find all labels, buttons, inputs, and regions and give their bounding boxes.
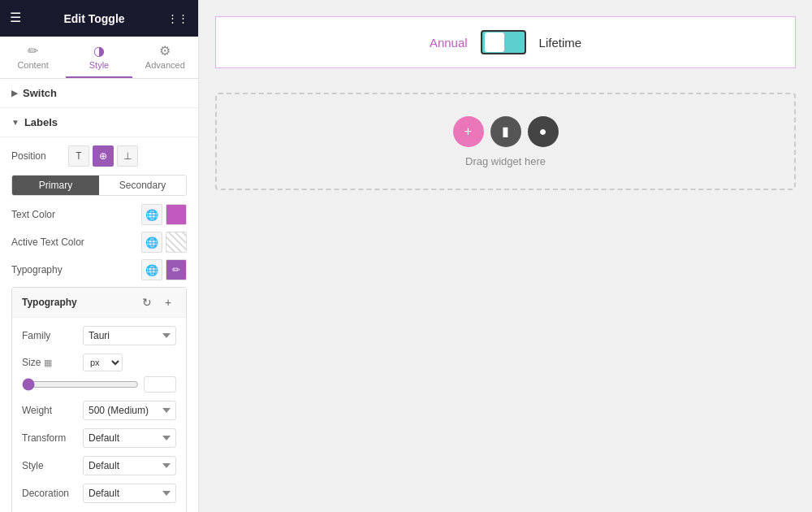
family-row: Family Tauri Arial Helvetica Georgia Rob…	[22, 326, 176, 345]
widget-pinterest-icon[interactable]: ●	[528, 116, 559, 147]
family-label: Family	[22, 330, 83, 341]
text-color-row: Text Color 🌐	[11, 204, 187, 225]
typography-controls: 🌐 ✏	[141, 259, 187, 280]
content-icon: ✏	[28, 43, 38, 59]
add-widget-icon[interactable]: +	[453, 116, 484, 147]
style-row: Style Default Normal Italic Oblique	[22, 456, 176, 475]
tab-style[interactable]: ◑ Style	[66, 37, 132, 78]
primary-secondary-toggle: Primary Secondary	[11, 175, 187, 196]
sidebar: ☰ Edit Toggle ⋮⋮ ✏ Content ◑ Style ⚙ Adv…	[0, 0, 199, 512]
typography-reset-button[interactable]: ↻	[139, 294, 155, 310]
labels-content: Position T ⊕ ⊥ Primary Secondary Text Co…	[0, 137, 198, 512]
active-text-color-label: Active Text Color	[11, 236, 141, 248]
switch-section-label: Switch	[23, 87, 57, 99]
drop-zone-text: Drag widget here	[465, 155, 546, 167]
grid-icon[interactable]: ⋮⋮	[167, 12, 188, 24]
toggle-switch[interactable]	[481, 30, 526, 54]
weight-select[interactable]: 100 (Thin) 200 (Extra Light) 300 (Light)…	[83, 401, 176, 420]
typography-label: Typography	[11, 264, 141, 276]
tab-advanced-label: Advanced	[145, 60, 185, 70]
widget-area: Annual Lifetime	[199, 0, 812, 85]
style-icon: ◑	[93, 43, 105, 59]
menu-icon[interactable]: ☰	[10, 10, 21, 25]
position-buttons: T ⊕ ⊥	[68, 145, 138, 167]
size-monitor-icon: ▦	[44, 358, 52, 368]
typography-row: Typography 🌐 ✏	[11, 259, 187, 280]
active-text-color-row: Active Text Color 🌐	[11, 232, 187, 253]
text-color-controls: 🌐	[141, 204, 187, 225]
sidebar-title: Edit Toggle	[63, 12, 124, 25]
drop-zone: + ▮ ● Drag widget here	[215, 93, 796, 190]
decoration-label: Decoration	[22, 488, 83, 499]
tab-bar: ✏ Content ◑ Style ⚙ Advanced	[0, 37, 198, 79]
weight-label: Weight	[22, 405, 83, 416]
position-center-button[interactable]: ⊕	[93, 145, 114, 167]
decoration-row: Decoration Default None Underline Overli…	[22, 484, 176, 503]
tab-advanced[interactable]: ⚙ Advanced	[132, 37, 198, 78]
drop-zone-icons: + ▮ ●	[453, 116, 559, 147]
tab-content[interactable]: ✏ Content	[0, 37, 66, 78]
active-text-color-global-button[interactable]: 🌐	[141, 232, 162, 253]
typography-panel-header: Typography ↻ +	[12, 288, 186, 318]
labels-arrow-icon: ▼	[11, 118, 19, 127]
family-select[interactable]: Tauri Arial Helvetica Georgia Roboto	[83, 326, 176, 345]
active-text-color-controls: 🌐	[141, 232, 187, 253]
transform-row: Transform Default Uppercase Lowercase Ca…	[22, 428, 176, 448]
typography-global-button[interactable]: 🌐	[141, 259, 162, 280]
size-slider-row	[22, 376, 176, 393]
typography-fields: Family Tauri Arial Helvetica Georgia Rob…	[12, 318, 186, 512]
annual-label: Annual	[430, 36, 468, 50]
size-label: Size	[22, 357, 41, 368]
typography-panel: Typography ↻ + Family Tauri Arial Helvet…	[11, 287, 187, 512]
tab-content-label: Content	[17, 60, 49, 70]
size-input-field[interactable]	[144, 376, 176, 393]
size-controls: px em rem %	[83, 354, 176, 371]
position-bottom-button[interactable]: ⊥	[117, 145, 138, 167]
lifetime-label: Lifetime	[539, 36, 582, 50]
active-text-color-swatch[interactable]	[166, 232, 187, 253]
style-select[interactable]: Default Normal Italic Oblique	[83, 456, 176, 475]
style-label: Style	[22, 460, 83, 471]
toggle-container: Annual Lifetime	[215, 16, 796, 68]
sidebar-header: ☰ Edit Toggle ⋮⋮	[0, 0, 198, 37]
size-unit-select[interactable]: px em rem %	[83, 354, 123, 371]
typography-panel-actions: ↻ +	[139, 294, 176, 310]
toggle-knob	[485, 33, 504, 52]
widget-folder-icon[interactable]: ▮	[490, 116, 521, 147]
labels-section-label: Labels	[24, 116, 58, 128]
labels-section-header[interactable]: ▼ Labels	[0, 108, 198, 137]
primary-button[interactable]: Primary	[12, 176, 99, 195]
typography-panel-title: Typography	[22, 297, 77, 308]
advanced-icon: ⚙	[159, 43, 171, 59]
switch-section-header[interactable]: ▶ Switch	[0, 79, 198, 108]
decoration-select[interactable]: Default None Underline Overline Line Thr…	[83, 484, 176, 503]
tab-style-label: Style	[89, 60, 109, 70]
transform-select[interactable]: Default Uppercase Lowercase Capitalize	[83, 428, 176, 448]
weight-row: Weight 100 (Thin) 200 (Extra Light) 300 …	[22, 401, 176, 420]
position-top-button[interactable]: T	[68, 145, 89, 167]
transform-label: Transform	[22, 432, 83, 444]
position-label: Position	[11, 150, 68, 162]
switch-arrow-icon: ▶	[11, 89, 18, 98]
text-color-global-button[interactable]: 🌐	[141, 204, 162, 225]
size-row: Size ▦ px em rem %	[22, 354, 176, 371]
position-row: Position T ⊕ ⊥	[11, 145, 187, 167]
secondary-button[interactable]: Secondary	[99, 176, 186, 195]
text-color-label: Text Color	[11, 209, 141, 220]
main-content: Annual Lifetime + ▮ ● Drag widget here	[199, 0, 812, 512]
typography-add-button[interactable]: +	[160, 294, 176, 310]
text-color-swatch[interactable]	[166, 204, 187, 225]
size-slider[interactable]	[22, 378, 139, 391]
typography-edit-button[interactable]: ✏	[166, 259, 187, 280]
size-label-group: Size ▦	[22, 357, 83, 368]
